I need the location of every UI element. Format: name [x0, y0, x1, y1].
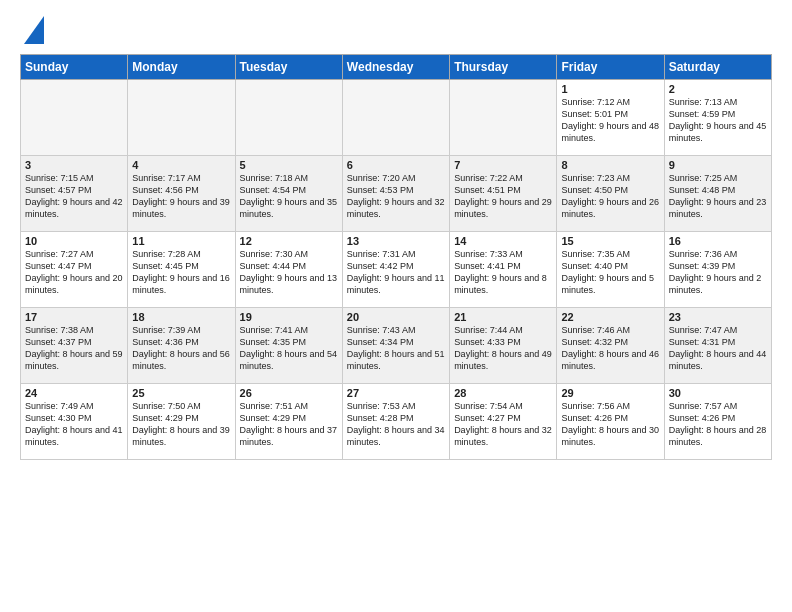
day-number: 30	[669, 387, 767, 399]
col-header-tuesday: Tuesday	[235, 55, 342, 80]
day-number: 19	[240, 311, 338, 323]
day-number: 20	[347, 311, 445, 323]
calendar-cell: 4Sunrise: 7:17 AM Sunset: 4:56 PM Daylig…	[128, 156, 235, 232]
calendar-cell: 25Sunrise: 7:50 AM Sunset: 4:29 PM Dayli…	[128, 384, 235, 460]
week-row-5: 24Sunrise: 7:49 AM Sunset: 4:30 PM Dayli…	[21, 384, 772, 460]
cell-details: Sunrise: 7:49 AM Sunset: 4:30 PM Dayligh…	[25, 400, 123, 449]
cell-details: Sunrise: 7:41 AM Sunset: 4:35 PM Dayligh…	[240, 324, 338, 373]
day-number: 7	[454, 159, 552, 171]
calendar-cell	[235, 80, 342, 156]
cell-details: Sunrise: 7:39 AM Sunset: 4:36 PM Dayligh…	[132, 324, 230, 373]
logo	[20, 16, 44, 44]
cell-details: Sunrise: 7:47 AM Sunset: 4:31 PM Dayligh…	[669, 324, 767, 373]
cell-details: Sunrise: 7:57 AM Sunset: 4:26 PM Dayligh…	[669, 400, 767, 449]
day-number: 10	[25, 235, 123, 247]
calendar-cell: 3Sunrise: 7:15 AM Sunset: 4:57 PM Daylig…	[21, 156, 128, 232]
calendar-cell: 18Sunrise: 7:39 AM Sunset: 4:36 PM Dayli…	[128, 308, 235, 384]
calendar-cell	[128, 80, 235, 156]
col-header-sunday: Sunday	[21, 55, 128, 80]
day-number: 8	[561, 159, 659, 171]
calendar-cell: 5Sunrise: 7:18 AM Sunset: 4:54 PM Daylig…	[235, 156, 342, 232]
calendar-cell: 7Sunrise: 7:22 AM Sunset: 4:51 PM Daylig…	[450, 156, 557, 232]
cell-details: Sunrise: 7:31 AM Sunset: 4:42 PM Dayligh…	[347, 248, 445, 297]
week-row-1: 1Sunrise: 7:12 AM Sunset: 5:01 PM Daylig…	[21, 80, 772, 156]
cell-details: Sunrise: 7:25 AM Sunset: 4:48 PM Dayligh…	[669, 172, 767, 221]
calendar-cell: 30Sunrise: 7:57 AM Sunset: 4:26 PM Dayli…	[664, 384, 771, 460]
day-number: 9	[669, 159, 767, 171]
week-row-4: 17Sunrise: 7:38 AM Sunset: 4:37 PM Dayli…	[21, 308, 772, 384]
cell-details: Sunrise: 7:46 AM Sunset: 4:32 PM Dayligh…	[561, 324, 659, 373]
day-number: 21	[454, 311, 552, 323]
cell-details: Sunrise: 7:51 AM Sunset: 4:29 PM Dayligh…	[240, 400, 338, 449]
calendar-cell: 1Sunrise: 7:12 AM Sunset: 5:01 PM Daylig…	[557, 80, 664, 156]
calendar-cell: 10Sunrise: 7:27 AM Sunset: 4:47 PM Dayli…	[21, 232, 128, 308]
calendar-cell: 12Sunrise: 7:30 AM Sunset: 4:44 PM Dayli…	[235, 232, 342, 308]
calendar-cell	[342, 80, 449, 156]
day-number: 6	[347, 159, 445, 171]
header	[20, 16, 772, 44]
day-number: 11	[132, 235, 230, 247]
cell-details: Sunrise: 7:28 AM Sunset: 4:45 PM Dayligh…	[132, 248, 230, 297]
calendar-cell: 19Sunrise: 7:41 AM Sunset: 4:35 PM Dayli…	[235, 308, 342, 384]
week-row-2: 3Sunrise: 7:15 AM Sunset: 4:57 PM Daylig…	[21, 156, 772, 232]
calendar-cell: 16Sunrise: 7:36 AM Sunset: 4:39 PM Dayli…	[664, 232, 771, 308]
day-number: 25	[132, 387, 230, 399]
cell-details: Sunrise: 7:38 AM Sunset: 4:37 PM Dayligh…	[25, 324, 123, 373]
cell-details: Sunrise: 7:23 AM Sunset: 4:50 PM Dayligh…	[561, 172, 659, 221]
calendar-cell: 20Sunrise: 7:43 AM Sunset: 4:34 PM Dayli…	[342, 308, 449, 384]
calendar-cell: 23Sunrise: 7:47 AM Sunset: 4:31 PM Dayli…	[664, 308, 771, 384]
cell-details: Sunrise: 7:15 AM Sunset: 4:57 PM Dayligh…	[25, 172, 123, 221]
day-number: 14	[454, 235, 552, 247]
calendar-cell: 27Sunrise: 7:53 AM Sunset: 4:28 PM Dayli…	[342, 384, 449, 460]
cell-details: Sunrise: 7:18 AM Sunset: 4:54 PM Dayligh…	[240, 172, 338, 221]
calendar-cell: 26Sunrise: 7:51 AM Sunset: 4:29 PM Dayli…	[235, 384, 342, 460]
calendar-cell	[450, 80, 557, 156]
page: SundayMondayTuesdayWednesdayThursdayFrid…	[0, 0, 792, 612]
calendar-cell: 14Sunrise: 7:33 AM Sunset: 4:41 PM Dayli…	[450, 232, 557, 308]
calendar-cell: 8Sunrise: 7:23 AM Sunset: 4:50 PM Daylig…	[557, 156, 664, 232]
calendar-cell: 6Sunrise: 7:20 AM Sunset: 4:53 PM Daylig…	[342, 156, 449, 232]
cell-details: Sunrise: 7:36 AM Sunset: 4:39 PM Dayligh…	[669, 248, 767, 297]
day-number: 23	[669, 311, 767, 323]
col-header-monday: Monday	[128, 55, 235, 80]
col-header-thursday: Thursday	[450, 55, 557, 80]
day-number: 16	[669, 235, 767, 247]
day-number: 27	[347, 387, 445, 399]
calendar-cell: 28Sunrise: 7:54 AM Sunset: 4:27 PM Dayli…	[450, 384, 557, 460]
cell-details: Sunrise: 7:53 AM Sunset: 4:28 PM Dayligh…	[347, 400, 445, 449]
cell-details: Sunrise: 7:43 AM Sunset: 4:34 PM Dayligh…	[347, 324, 445, 373]
col-header-wednesday: Wednesday	[342, 55, 449, 80]
day-number: 2	[669, 83, 767, 95]
cell-details: Sunrise: 7:54 AM Sunset: 4:27 PM Dayligh…	[454, 400, 552, 449]
calendar-cell: 29Sunrise: 7:56 AM Sunset: 4:26 PM Dayli…	[557, 384, 664, 460]
day-number: 13	[347, 235, 445, 247]
cell-details: Sunrise: 7:12 AM Sunset: 5:01 PM Dayligh…	[561, 96, 659, 145]
day-number: 3	[25, 159, 123, 171]
svg-marker-0	[24, 16, 44, 44]
calendar-cell: 13Sunrise: 7:31 AM Sunset: 4:42 PM Dayli…	[342, 232, 449, 308]
cell-details: Sunrise: 7:44 AM Sunset: 4:33 PM Dayligh…	[454, 324, 552, 373]
cell-details: Sunrise: 7:33 AM Sunset: 4:41 PM Dayligh…	[454, 248, 552, 297]
calendar-cell: 9Sunrise: 7:25 AM Sunset: 4:48 PM Daylig…	[664, 156, 771, 232]
calendar-cell: 17Sunrise: 7:38 AM Sunset: 4:37 PM Dayli…	[21, 308, 128, 384]
calendar-cell: 24Sunrise: 7:49 AM Sunset: 4:30 PM Dayli…	[21, 384, 128, 460]
cell-details: Sunrise: 7:20 AM Sunset: 4:53 PM Dayligh…	[347, 172, 445, 221]
day-number: 12	[240, 235, 338, 247]
calendar-cell: 15Sunrise: 7:35 AM Sunset: 4:40 PM Dayli…	[557, 232, 664, 308]
calendar-cell: 21Sunrise: 7:44 AM Sunset: 4:33 PM Dayli…	[450, 308, 557, 384]
day-number: 17	[25, 311, 123, 323]
cell-details: Sunrise: 7:22 AM Sunset: 4:51 PM Dayligh…	[454, 172, 552, 221]
cell-details: Sunrise: 7:35 AM Sunset: 4:40 PM Dayligh…	[561, 248, 659, 297]
day-number: 4	[132, 159, 230, 171]
week-row-3: 10Sunrise: 7:27 AM Sunset: 4:47 PM Dayli…	[21, 232, 772, 308]
day-number: 28	[454, 387, 552, 399]
col-header-saturday: Saturday	[664, 55, 771, 80]
day-number: 26	[240, 387, 338, 399]
day-number: 22	[561, 311, 659, 323]
day-number: 1	[561, 83, 659, 95]
calendar-table: SundayMondayTuesdayWednesdayThursdayFrid…	[20, 54, 772, 460]
cell-details: Sunrise: 7:17 AM Sunset: 4:56 PM Dayligh…	[132, 172, 230, 221]
calendar-header-row: SundayMondayTuesdayWednesdayThursdayFrid…	[21, 55, 772, 80]
calendar-cell: 2Sunrise: 7:13 AM Sunset: 4:59 PM Daylig…	[664, 80, 771, 156]
cell-details: Sunrise: 7:56 AM Sunset: 4:26 PM Dayligh…	[561, 400, 659, 449]
